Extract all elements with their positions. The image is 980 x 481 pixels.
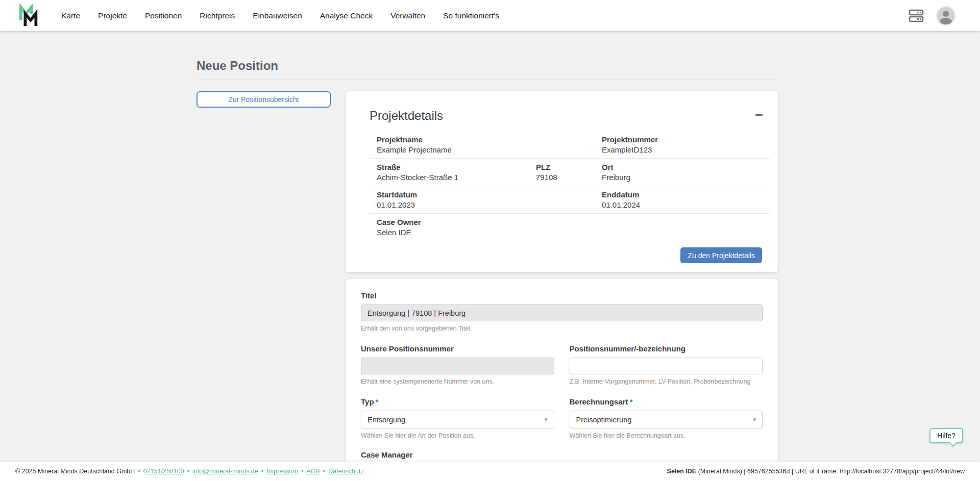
project-card-title: Projektdetails: [370, 109, 443, 123]
footer-link-phone[interactable]: 07151/250100: [143, 468, 184, 475]
server-stack-icon[interactable]: [909, 9, 924, 22]
nav-item-verwalten[interactable]: Verwalten: [390, 11, 425, 20]
field-label: Enddatum: [602, 190, 770, 199]
main-nav: Karte Projekte Positionen Richtpreis Ein…: [61, 11, 499, 20]
mineral-minds-logo-icon[interactable]: [18, 4, 40, 28]
our-position-number-input[interactable]: [361, 358, 554, 374]
field-strasse: Straße Achim-Stocker-Straße 1: [370, 163, 529, 182]
nav-item-positionen[interactable]: Positionen: [145, 11, 182, 20]
position-number-helper: Z.B. Interne-Vorgangsnummer, LV-Position…: [570, 378, 763, 385]
project-details-table: Projektname Example Projectname Projektn…: [370, 131, 770, 241]
user-avatar-icon[interactable]: [937, 7, 954, 24]
field-label: PLZ: [536, 163, 595, 171]
berechnungsart-field-group: Berechnungsart* Preisoptimierung ▾ Wähle…: [570, 397, 763, 439]
field-label: Straße: [377, 163, 529, 171]
avatar-head: [943, 11, 949, 17]
go-to-project-details-button[interactable]: Zu den Projektdetails: [680, 247, 762, 263]
nav-item-analyse-check[interactable]: Analyse Check: [320, 11, 373, 20]
field-plz: PLZ 79108: [529, 163, 595, 182]
required-asterisk: *: [376, 397, 379, 406]
field-label: Ort: [602, 163, 770, 171]
field-value: 01.01.2024: [602, 200, 770, 209]
nav-item-so-funktionierts[interactable]: So funktioniert's: [443, 11, 499, 20]
field-value: Achim-Stocker-Straße 1: [377, 173, 529, 182]
field-enddatum: Enddatum 01.01.2024: [595, 190, 770, 209]
help-button[interactable]: Hilfe?: [929, 428, 963, 443]
berechnungsart-label: Berechnungsart*: [570, 397, 633, 406]
collapse-card-button[interactable]: [748, 109, 770, 121]
new-position-form-card: Titel Erhält den von uns vorgegebenen Ti…: [346, 279, 778, 481]
field-label: Projektname: [377, 135, 595, 144]
project-details-card: Projektdetails Projektname Example Proje…: [346, 91, 778, 272]
titel-input[interactable]: [361, 305, 763, 321]
footer: © 2025 Mineral Minds Deutschland GmbH • …: [0, 462, 980, 481]
separator: •: [301, 468, 303, 475]
nav-item-richtpreis[interactable]: Richtpreis: [200, 11, 235, 20]
table-row: Projektname Example Projectname Projektn…: [370, 131, 770, 159]
footer-link-email[interactable]: info@mineral-minds.de: [192, 468, 258, 475]
footer-session-info: (Mineral Minds) | 69576255536d | URL of …: [696, 468, 965, 475]
field-label: Startdatum: [377, 190, 595, 199]
separator: •: [187, 468, 189, 475]
our-position-number-helper: Erhält eine systemgenerierte Nummer von …: [361, 378, 554, 385]
required-asterisk: *: [630, 397, 633, 406]
nav-item-einbauweisen[interactable]: Einbauweisen: [253, 11, 302, 20]
copyright-text: © 2025 Mineral Minds Deutschland GmbH: [15, 468, 135, 475]
typ-select-value: Entsorgung: [368, 416, 405, 424]
separator: •: [323, 468, 325, 475]
position-number-field-group: Positionsnummer/-bezeichnung Z.B. Intern…: [570, 344, 763, 385]
avatar-body: [940, 18, 952, 24]
footer-link-datenschutz[interactable]: Datenschutz: [328, 468, 363, 475]
field-value: 79108: [536, 173, 595, 182]
nav-item-projekte[interactable]: Projekte: [98, 11, 127, 20]
field-label: Case Owner: [377, 218, 770, 226]
typ-label: Typ*: [361, 397, 378, 406]
berechnungsart-select-value: Preisoptimierung: [576, 416, 632, 424]
field-label: Projektnummer: [602, 135, 770, 144]
field-case-owner: Case Owner Selen IDE: [370, 218, 770, 237]
berechnungsart-helper: Wählen Sie hier die Berechnungsart aus.: [570, 432, 763, 439]
case-manager-label: Case Manager: [361, 450, 413, 459]
footer-left: © 2025 Mineral Minds Deutschland GmbH • …: [15, 468, 364, 475]
field-projektnummer: Projektnummer ExampleID123: [595, 135, 770, 154]
left-column: Zur Positionsübersicht: [197, 91, 331, 108]
page-title: Neue Position: [197, 59, 778, 73]
right-column: Projektdetails Projektname Example Proje…: [346, 91, 778, 481]
footer-user: Selen IDE: [667, 468, 697, 475]
title-divider: [197, 80, 778, 80]
navbar-right: [909, 7, 954, 24]
table-row: Startdatum 01.01.2023 Enddatum 01.01.202…: [370, 186, 770, 214]
titel-helper: Erhält den von uns vorgegebenen Titel.: [361, 325, 763, 332]
position-number-input[interactable]: [570, 358, 763, 374]
typ-select[interactable]: Entsorgung ▾: [361, 411, 554, 428]
speech-bubble-tail: [949, 439, 958, 447]
field-value: Example Projectname: [377, 145, 595, 154]
table-row: Case Owner Selen IDE: [370, 214, 770, 241]
typ-field-group: Typ* Entsorgung ▾ Wählen Sie hier die Ar…: [361, 397, 554, 439]
footer-link-agb[interactable]: AGB: [306, 468, 320, 475]
field-value: Freiburg: [602, 173, 770, 182]
back-to-positions-button[interactable]: Zur Positionsübersicht: [197, 91, 331, 108]
chevron-down-icon: ▾: [545, 416, 548, 423]
our-position-number-field-group: Unsere Positionsnummer Erhält eine syste…: [361, 344, 554, 385]
typ-helper: Wählen Sie hier die Art der Position aus…: [361, 432, 554, 439]
footer-right: Selen IDE (Mineral Minds) | 69576255536d…: [667, 468, 965, 475]
nav-item-karte[interactable]: Karte: [61, 11, 80, 20]
field-startdatum: Startdatum 01.01.2023: [370, 190, 595, 209]
top-navbar: Karte Projekte Positionen Richtpreis Ein…: [0, 0, 980, 31]
main-content: Neue Position Zur Positionsübersicht Pro…: [197, 59, 778, 481]
titel-field-group: Titel Erhält den von uns vorgegebenen Ti…: [361, 291, 763, 332]
titel-label: Titel: [361, 291, 377, 300]
help-label: Hilfe?: [937, 432, 955, 440]
field-ort: Ort Freiburg: [595, 163, 770, 182]
table-row: Straße Achim-Stocker-Straße 1 PLZ 79108 …: [370, 159, 770, 186]
berechnungsart-select[interactable]: Preisoptimierung ▾: [570, 411, 763, 428]
field-projektname: Projektname Example Projectname: [370, 135, 595, 154]
minus-icon: [755, 114, 763, 116]
position-number-label: Positionsnummer/-bezeichnung: [570, 344, 686, 353]
our-position-number-label: Unsere Positionsnummer: [361, 344, 454, 353]
separator: •: [138, 468, 140, 475]
separator: •: [261, 468, 263, 475]
field-value: 01.01.2023: [377, 200, 595, 209]
footer-link-impressum[interactable]: Impressum: [266, 468, 298, 475]
